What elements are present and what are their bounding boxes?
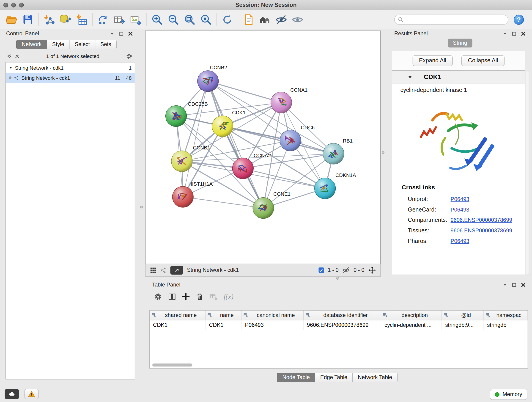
collapse-all-button[interactable]: Collapse All <box>462 55 505 66</box>
warnings-button[interactable] <box>25 389 39 399</box>
table-cell[interactable]: CDK1 <box>206 320 241 330</box>
zoom-in-button[interactable] <box>149 12 165 27</box>
network-edge[interactable] <box>183 197 263 208</box>
selected-checkbox[interactable] <box>318 268 324 273</box>
network-graph[interactable]: CCNB2CCNA1CDC25BCDK1CDC6RB1CCNB1CCNA2CDK… <box>146 31 380 264</box>
table-cell[interactable]: stringdb <box>484 320 527 330</box>
panel-menu-icon[interactable] <box>109 31 114 36</box>
float-panel-icon[interactable] <box>119 31 124 36</box>
close-panel-icon[interactable] <box>128 31 133 36</box>
pan-move-icon[interactable] <box>368 266 376 274</box>
memory-button[interactable]: Memory <box>490 389 527 400</box>
zoom-window-button[interactable] <box>19 3 24 7</box>
gear-icon[interactable] <box>126 53 132 59</box>
hide-selected-button[interactable] <box>273 12 289 27</box>
table-cell[interactable]: cyclin-dependent ... <box>381 320 442 330</box>
network-edge[interactable] <box>183 81 208 197</box>
disclosure-triangle-icon[interactable] <box>408 75 412 79</box>
network-node-ccna2[interactable] <box>232 158 253 179</box>
network-edge[interactable] <box>208 81 281 102</box>
table-row[interactable]: CDK1CDK1P064939606.ENSP00000378699cyclin… <box>150 320 527 330</box>
column-header-name[interactable]: name <box>206 311 241 320</box>
show-all-button[interactable] <box>289 12 306 27</box>
open-session-button[interactable] <box>3 12 20 27</box>
birds-eye-view-icon[interactable] <box>150 267 157 274</box>
tab-network[interactable]: Network <box>16 40 47 49</box>
export-network-button[interactable] <box>111 12 128 27</box>
left-splitter-handle[interactable] <box>140 206 143 208</box>
disclosure-triangle-icon[interactable] <box>9 66 13 70</box>
network-edge[interactable] <box>222 126 333 154</box>
table-horizontal-scrollbar[interactable] <box>152 364 192 366</box>
panel-menu-icon[interactable] <box>502 282 507 287</box>
tab-node-table[interactable]: Node Table <box>277 373 315 382</box>
node-table: shared namenamecanonical namedatabase id… <box>149 310 528 369</box>
import-network-database-button[interactable] <box>57 12 74 27</box>
right-splitter-handle[interactable] <box>382 151 385 154</box>
table-cell[interactable]: CDK1 <box>150 320 206 330</box>
crosslink-genecard-[interactable]: P06493 <box>451 206 469 213</box>
bottom-splitter-handle[interactable] <box>336 277 339 280</box>
network-canvas[interactable]: CCNB2CCNA1CDC25BCDK1CDC6RB1CCNB1CCNA2CDK… <box>145 31 381 264</box>
import-table-button[interactable] <box>74 12 90 27</box>
detach-view-button[interactable] <box>170 266 183 275</box>
network-node-rb1[interactable] <box>323 143 344 164</box>
zoom-selected-button[interactable] <box>198 12 214 27</box>
table-cell[interactable]: 9606.ENSP00000378699 <box>303 320 381 330</box>
zoom-fit-button[interactable] <box>181 12 198 27</box>
import-network-file-button[interactable] <box>41 12 57 27</box>
network-node-cdk1[interactable] <box>212 116 233 137</box>
new-network-button[interactable] <box>95 12 111 27</box>
column-header--id[interactable]: @id <box>442 311 484 320</box>
crosslink-uniprot-[interactable]: P06493 <box>451 196 469 202</box>
expand-all-button[interactable]: Expand All <box>413 55 453 66</box>
close-panel-icon[interactable] <box>521 282 526 287</box>
tab-string[interactable]: String <box>448 39 472 48</box>
zoom-out-button[interactable] <box>165 12 181 27</box>
minimize-window-button[interactable] <box>11 3 16 7</box>
network-icon[interactable] <box>160 267 167 274</box>
results-scrollbar[interactable] <box>526 71 529 274</box>
network-node-hist1h1a[interactable] <box>172 186 193 207</box>
tab-network-table[interactable]: Network Table <box>353 373 398 382</box>
search-box[interactable] <box>394 14 508 25</box>
network-collection-row[interactable]: String Network - cdk1 1 <box>6 62 135 72</box>
save-session-button[interactable] <box>20 12 36 27</box>
close-window-button[interactable] <box>3 3 8 7</box>
add-column-plus-icon[interactable] <box>182 293 190 301</box>
refresh-button[interactable] <box>219 12 235 27</box>
crosslink-pharos-[interactable]: P06493 <box>451 238 469 244</box>
tab-select[interactable]: Select <box>70 40 95 49</box>
network-node-cdkn1a[interactable] <box>315 178 336 199</box>
tab-edge-table[interactable]: Edge Table <box>315 373 353 382</box>
cloud-services-button[interactable] <box>5 389 19 399</box>
column-header-database-identifier[interactable]: database identifier <box>303 311 381 320</box>
collapse-all-icon[interactable] <box>7 53 12 58</box>
node-entry-header[interactable]: CDK1 <box>392 71 525 83</box>
crosslink-compartments-[interactable]: 9606.ENSP00000378699 <box>451 217 512 223</box>
annotations-button[interactable] <box>241 12 257 27</box>
search-input[interactable] <box>404 16 505 23</box>
column-header-namespac[interactable]: namespac <box>484 311 527 320</box>
tab-style[interactable]: Style <box>47 40 70 49</box>
network-edge[interactable] <box>208 81 263 208</box>
close-panel-icon[interactable] <box>521 31 526 36</box>
tab-sets[interactable]: Sets <box>95 40 117 49</box>
network-row-selected[interactable]: String Network - cdk1 11 48 <box>6 73 135 83</box>
float-panel-icon[interactable] <box>512 31 517 36</box>
table-cell[interactable]: P06493 <box>241 320 303 330</box>
help-button[interactable]: ? <box>514 14 524 25</box>
column-header-shared-name[interactable]: shared name <box>150 311 206 320</box>
table-settings-gear-icon[interactable] <box>154 293 162 301</box>
delete-column-trash-icon[interactable] <box>196 293 204 301</box>
column-header-description[interactable]: description <box>381 311 442 320</box>
expand-all-icon[interactable] <box>15 53 20 58</box>
export-image-button[interactable] <box>128 12 144 27</box>
panel-menu-icon[interactable] <box>502 31 507 36</box>
crosslink-tissues-[interactable]: 9606.ENSP00000378699 <box>451 228 512 234</box>
column-header-canonical-name[interactable]: canonical name <box>241 311 303 320</box>
table-cell[interactable]: stringdb:9... <box>442 320 484 330</box>
float-panel-icon[interactable] <box>512 282 517 287</box>
show-columns-icon[interactable] <box>168 293 176 301</box>
home-view-button[interactable] <box>257 12 273 27</box>
